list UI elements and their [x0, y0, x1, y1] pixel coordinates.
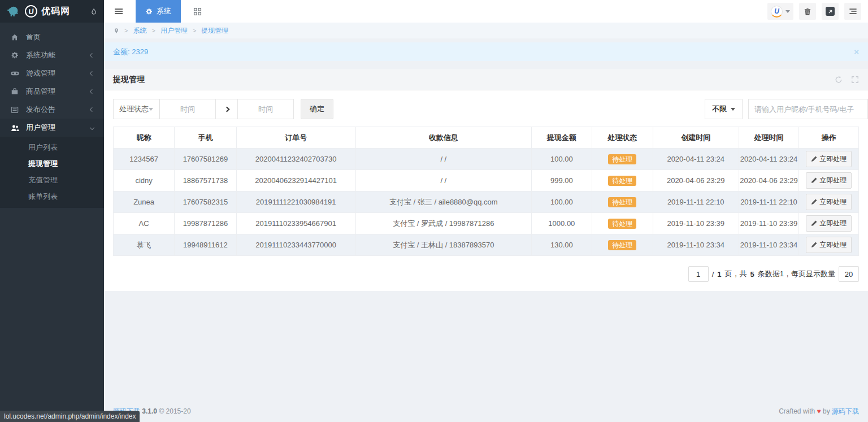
chevron-left-icon	[90, 89, 94, 94]
table-row: 慕飞 19948911612 20191110233443770000 支付宝 …	[114, 234, 859, 256]
content-area: 金额: 2329 × 提现管理 处理状态	[104, 38, 868, 422]
table-row: AC 19987871286 20191110233954667901 支付宝 …	[114, 213, 859, 234]
gamepad-icon	[10, 70, 19, 77]
cell-processed: 2020-04-11 23:24	[739, 149, 799, 170]
open-frontend-button[interactable]	[822, 3, 839, 20]
pencil-icon	[811, 242, 817, 248]
footer-crafted-link[interactable]: 源码下载	[832, 407, 859, 415]
cell-phone: 19948911612	[175, 234, 236, 256]
browser-status-bar: lol.ucodes.net/admin.php/admin/index/ind…	[0, 411, 140, 422]
time-range-arrow-icon	[215, 99, 238, 119]
main-area: 系统 U	[104, 0, 868, 422]
table-header-row: 昵称 手机 订单号 收款信息 提现金额 处理状态 创建时间 处理时间 操作	[114, 127, 859, 149]
col-header-phone: 手机	[175, 127, 236, 149]
cell-actions: 立即处理	[799, 213, 859, 234]
sidebar: U 优码网 首页 系统功能 游戏管理 商品管理	[0, 0, 104, 422]
chevron-right-icon	[224, 106, 229, 112]
hamburger-menu-icon[interactable]	[114, 7, 123, 16]
chevron-left-icon	[90, 107, 94, 112]
drop-icon[interactable]	[90, 7, 97, 16]
heart-icon: ♥	[817, 407, 821, 415]
panel-header: 提现管理	[104, 69, 868, 90]
footer-right: Crafted with ♥ by 源码下载	[779, 407, 859, 416]
brand-u-icon: U	[24, 5, 38, 19]
footer-copyright: © 2015-20	[159, 407, 190, 415]
cell-order: 20191110233443770000	[236, 234, 355, 256]
time-to-input[interactable]	[237, 99, 294, 119]
pagination: / 1 页，共 5 条数据1，每页显示数量	[113, 266, 859, 282]
cell-nickname: 慕飞	[114, 234, 175, 256]
filter-toolbar: 处理状态 确定 不限	[113, 99, 859, 119]
cell-actions: 立即处理	[799, 192, 859, 213]
gear-icon	[145, 8, 153, 15]
status-badge: 待处理	[608, 219, 636, 229]
sidebar-item-user-management[interactable]: 用户管理	[0, 119, 104, 137]
list-icon	[849, 7, 857, 15]
cell-status: 待处理	[592, 170, 653, 192]
process-now-button[interactable]: 立即处理	[806, 172, 852, 189]
pagination-label-count: 条数据1，每页显示数量	[758, 269, 835, 279]
cell-created: 2020-04-11 23:24	[653, 149, 739, 170]
cell-payee: / /	[355, 170, 531, 192]
sidebar-subitem-bill-list[interactable]: 账单列表	[0, 188, 104, 205]
breadcrumb-link-user-management[interactable]: 用户管理	[160, 26, 188, 36]
status-badge: 待处理	[608, 176, 636, 186]
close-icon[interactable]: ×	[854, 47, 859, 56]
cell-payee: 支付宝 / 张三 / aile8880@qq.com	[355, 192, 531, 213]
process-now-label: 立即处理	[819, 154, 847, 164]
grid-apps-icon[interactable]	[193, 7, 202, 16]
col-header-processed: 处理时间	[739, 127, 799, 149]
process-now-button[interactable]: 立即处理	[806, 215, 852, 232]
sidebar-subitem-withdrawal-management[interactable]: 提现管理	[0, 155, 104, 172]
logo-bar: U 优码网	[0, 0, 104, 23]
sidebar-item-label: 系统功能	[26, 50, 55, 60]
cell-phone: 18867571738	[175, 170, 236, 192]
sidebar-subitem-recharge-management[interactable]: 充值管理	[0, 172, 104, 188]
search-group: 不限	[705, 99, 859, 119]
footer-version: 3.1.0	[142, 407, 157, 415]
breadcrumb-link-withdrawal-management[interactable]: 提现管理	[201, 26, 228, 36]
gear-icon	[10, 51, 19, 59]
users-icon	[10, 124, 19, 132]
cell-payee: 支付宝 / 王林山 / 18387893570	[355, 234, 531, 256]
breadcrumb-link-system[interactable]: 系统	[133, 26, 146, 36]
per-page-input[interactable]	[839, 266, 859, 282]
withdrawals-table: 昵称 手机 订单号 收款信息 提现金额 处理状态 创建时间 处理时间 操作	[113, 127, 859, 256]
log-list-button[interactable]	[844, 3, 861, 20]
user-management-submenu: 用户列表 提现管理 充值管理 账单列表	[0, 137, 104, 208]
sidebar-item-system-functions[interactable]: 系统功能	[0, 46, 104, 64]
cell-amount: 100.00	[531, 149, 592, 170]
process-now-button[interactable]: 立即处理	[806, 151, 852, 167]
home-icon	[10, 33, 19, 41]
status-filter-select[interactable]: 处理状态	[113, 99, 159, 119]
cell-status: 待处理	[592, 149, 653, 170]
breadcrumb-separator: >	[193, 27, 196, 34]
search-input[interactable]	[748, 99, 868, 119]
time-from-input[interactable]	[159, 99, 216, 119]
cell-created: 2019-11-10 23:39	[653, 213, 739, 234]
tab-system[interactable]: 系统	[136, 0, 181, 23]
amount-alert: 金额: 2329 ×	[104, 42, 868, 61]
sidebar-item-announcements[interactable]: 发布公告	[0, 101, 104, 119]
search-scope-select[interactable]: 不限	[705, 99, 743, 119]
process-now-label: 立即处理	[819, 240, 847, 250]
process-now-button[interactable]: 立即处理	[806, 237, 852, 253]
panel-tools	[835, 76, 859, 84]
page-number-input[interactable]	[688, 266, 709, 282]
chevron-down-icon	[731, 108, 735, 111]
cell-actions: 立即处理	[799, 149, 859, 170]
footer-crafted-mid: by	[823, 407, 830, 415]
refresh-icon[interactable]	[835, 76, 843, 84]
sidebar-item-game-management[interactable]: 游戏管理	[0, 64, 104, 82]
trash-icon	[804, 7, 811, 16]
sidebar-item-product-management[interactable]: 商品管理	[0, 82, 104, 101]
footer-crafted-prefix: Crafted with	[779, 407, 815, 415]
cell-nickname: 1234567	[114, 149, 175, 170]
clear-cache-button[interactable]	[799, 3, 816, 20]
sidebar-subitem-user-list[interactable]: 用户列表	[0, 139, 104, 155]
user-avatar-menu[interactable]: U	[767, 3, 793, 20]
process-now-button[interactable]: 立即处理	[806, 194, 852, 210]
sidebar-item-home[interactable]: 首页	[0, 28, 104, 46]
fullscreen-icon[interactable]	[851, 76, 859, 84]
confirm-button[interactable]: 确定	[301, 99, 333, 119]
